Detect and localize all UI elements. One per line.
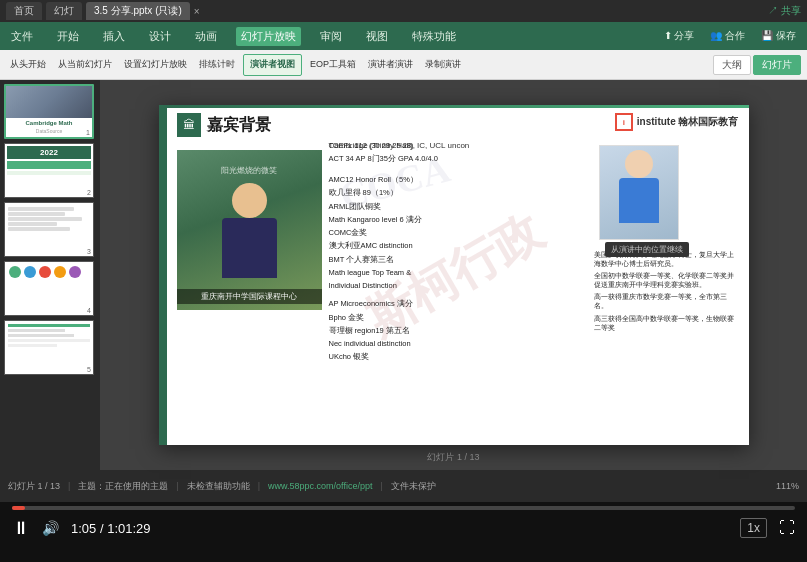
text-math-league: Math league Top Team & (329, 268, 499, 278)
desc-line-2: 全国初中数学联赛一等奖、化学联赛二等奖并促送重庆南开中学理科竞赛实验班。 (594, 271, 739, 289)
current-time: 1:05 (71, 521, 96, 536)
menu-review[interactable]: 审阅 (315, 27, 347, 46)
slide-header-icon: 🏛 (177, 113, 201, 137)
text-ukcho: UKcho 银奖 (329, 352, 499, 362)
menu-design[interactable]: 设计 (144, 27, 176, 46)
lecturer-label: 阳光燃烧的微笑 (177, 165, 322, 176)
logo-icon: i (615, 113, 633, 131)
from-start-btn[interactable]: 从头开始 (6, 54, 50, 76)
person-head (625, 150, 653, 178)
text-ap-micro: AP Microeconomics 满分 (329, 299, 499, 309)
logo-name: institute 翰林国际教育 (637, 115, 739, 129)
controls-row: ⏸ 🔊 1:05 / 1:01:29 1x ⛶ (12, 518, 795, 538)
progress-fill (12, 506, 25, 510)
slide-lecturer-photo: 阳光燃烧的微笑 重庆南开中学国际课程中心 (177, 150, 322, 310)
time-display: 1:05 / 1:01:29 (71, 521, 151, 536)
slide-canvas[interactable]: 🏛 嘉宾背景 i institute 翰林国际教育 Cambridge (Tri… (159, 105, 749, 445)
theme-status: 主题：正在使用的主题 (78, 480, 168, 493)
eop-tools-btn[interactable]: EOP工具箱 (306, 54, 360, 76)
ribbon-save-btn[interactable]: 💾 保存 (756, 27, 801, 45)
person-body (619, 178, 659, 223)
ribbon-cooperate-btn[interactable]: 👥 合作 (705, 27, 750, 45)
slide-indicator: 幻灯片 1 / 13 (427, 451, 479, 464)
fullscreen-btn[interactable]: ⛶ (779, 519, 795, 537)
text-toefl: TOEFL 112 (30 29 25 28) (329, 141, 499, 151)
record-btn[interactable]: 录制演讲 (421, 54, 465, 76)
desc-line-3: 高一获得重庆市数学竞赛一等奖，全市第三名。 (594, 292, 739, 310)
zoom-level: 111% (776, 481, 799, 491)
progress-bar[interactable] (12, 506, 795, 510)
text-amc-aus: 澳大利亚AMC distinction (329, 241, 499, 251)
menu-special[interactable]: 特殊功能 (407, 27, 461, 46)
tab-current-file[interactable]: 3.5 分享.pptx (只读) (86, 2, 190, 20)
from-current-btn[interactable]: 从当前幻灯片 (54, 54, 116, 76)
slide-thumb-1[interactable]: Cambridge Math DataSource 1 (4, 84, 94, 139)
text-region: 哥理橱 region19 第五名 (329, 326, 499, 336)
video-controls: ⏸ 🔊 1:05 / 1:01:29 1x ⛶ (0, 502, 807, 562)
text-euler: 欧几里得 89（1%） (329, 188, 499, 198)
share-btn[interactable]: ↗ 共享 (768, 4, 801, 18)
content-area: 从演讲中的位置继续 🏛 嘉宾背景 i institute 翰林国际教育 (100, 80, 807, 470)
text-amc12: AMC12 Honor Roll（5%） (329, 175, 499, 185)
text-bmt: BMT 个人赛第三名 (329, 255, 499, 265)
status-bar: 幻灯片 1 / 13 | 主题：正在使用的主题 | 未检查辅助功能 | www.… (0, 470, 807, 502)
check-status: 未检查辅助功能 (187, 480, 250, 493)
lecturer-caption: 重庆南开中学国际课程中心 (177, 289, 322, 304)
slide-thumb-2[interactable]: 2022 2 (4, 143, 94, 198)
total-time: 1:01:29 (107, 521, 150, 536)
menu-start[interactable]: 开始 (52, 27, 84, 46)
text-bpho: Bpho 金奖 (329, 313, 499, 323)
status-right: 111% (776, 481, 799, 491)
menu-animation[interactable]: 动画 (190, 27, 222, 46)
logo-i-text: i (623, 118, 625, 127)
volume-btn[interactable]: 🔊 (42, 520, 59, 536)
presenter-speech-btn[interactable]: 演讲者演讲 (364, 54, 417, 76)
person-figure (609, 150, 669, 235)
tab-slide-view[interactable]: 幻灯片 (753, 55, 801, 75)
presenter-view-btn[interactable]: 演讲者视图 (243, 54, 302, 76)
tab-slides[interactable]: 幻灯 (46, 2, 82, 20)
slide-left-decoration (159, 105, 167, 445)
rehearse-btn[interactable]: 排练计时 (195, 54, 239, 76)
menu-file[interactable]: 文件 (6, 27, 38, 46)
play-pause-btn[interactable]: ⏸ (12, 519, 30, 537)
speed-btn[interactable]: 1x (740, 518, 767, 538)
slide-person-photo (599, 145, 679, 240)
slide-logo: i institute 翰林国际教育 (615, 113, 739, 131)
text-space1 (329, 168, 499, 172)
header-icon-symbol: 🏛 (183, 118, 195, 132)
slide-text-column: TOEFL 112 (30 29 25 28) ACT 34 AP 8门35分 … (329, 141, 499, 366)
text-act: ACT 34 AP 8门35分 GPA 4.0/4.0 (329, 154, 499, 164)
slide-thumb-3[interactable]: 3 (4, 202, 94, 257)
text-individual: Individual Distinction (329, 281, 499, 291)
ribbon-share-btn[interactable]: ⬆ 分享 (659, 27, 700, 45)
tab-home[interactable]: 首页 (6, 2, 42, 20)
slide-thumb-4[interactable]: 4 (4, 261, 94, 316)
slide-panel: Cambridge Math DataSource 1 2022 2 3 (0, 80, 100, 470)
top-bar-right: ↗ 共享 (768, 4, 801, 18)
logo-text-block: institute 翰林国际教育 (637, 115, 739, 129)
tab-bar: 首页 幻灯 3.5 分享.pptx (只读) × ↗ 共享 (0, 0, 807, 22)
tab-close-btn[interactable]: × (194, 6, 200, 17)
setup-slideshow-btn[interactable]: 设置幻灯片放映 (120, 54, 191, 76)
url-link[interactable]: www.58ppc.com/office/ppt (268, 481, 372, 491)
from-user-tip: 从演讲中的位置继续 (605, 242, 689, 257)
menu-slideshow[interactable]: 幻灯片放映 (236, 27, 301, 46)
file-protection: 文件未保护 (391, 480, 436, 493)
tab-outline[interactable]: 大纲 (713, 55, 751, 75)
view-tabs: 大纲 幻灯片 (713, 55, 801, 75)
toolbar: 从头开始 从当前幻灯片 设置幻灯片放映 排练计时 演讲者视图 EOP工具箱 演讲… (0, 50, 807, 80)
text-nec: Nec individual distinction (329, 339, 499, 349)
lecturer-head (232, 183, 267, 218)
lecturer-figure (222, 183, 277, 278)
main-area: Cambridge Math DataSource 1 2022 2 3 (0, 80, 807, 470)
menu-insert[interactable]: 插入 (98, 27, 130, 46)
slide-right-desc-column: 美国罗切斯特大学理论数学博士，复旦大学上海数学中心博士后研究员。 全国初中数学联… (594, 250, 739, 335)
desc-line-4: 高三获得全国高中数学联赛一等奖，生物联赛二等奖 (594, 314, 739, 332)
slide-count: 幻灯片 1 / 13 (8, 480, 60, 493)
menu-view[interactable]: 视图 (361, 27, 393, 46)
text-arml: ARML团队铜奖 (329, 202, 499, 212)
ribbon: 文件 开始 插入 设计 动画 幻灯片放映 审阅 视图 特殊功能 ⬆ 分享 👥 合… (0, 22, 807, 50)
slide-title: 嘉宾背景 (207, 115, 271, 136)
slide-thumb-5[interactable]: 5 (4, 320, 94, 375)
